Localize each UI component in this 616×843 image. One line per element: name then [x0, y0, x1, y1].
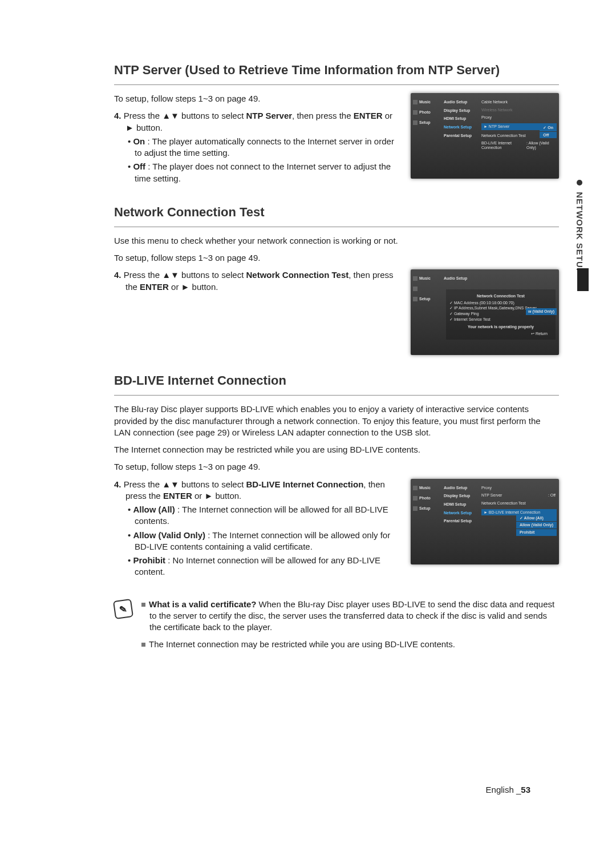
bullet-prohibit: • Prohibit : No Internet connection will… — [128, 555, 399, 578]
intro-text: To setup, follow steps 1~3 on page 49. — [114, 252, 559, 264]
paragraph: The Blu-ray Disc player supports BD-LIVE… — [114, 404, 559, 438]
note-item: What is a valid certificate? When the Bl… — [141, 599, 559, 634]
section-bdlive: BD-LIVE Internet Connection The Blu-ray … — [114, 373, 559, 580]
paragraph: The Internet connection may be restricte… — [114, 444, 559, 455]
screenshot-bdlive: MusicPhotoSetupAudio SetupDisplay SetupH… — [411, 479, 559, 564]
section-title: NTP Server (Used to Retrieve Time Inform… — [114, 63, 559, 78]
section-ntp-server: NTP Server (Used to Retrieve Time Inform… — [114, 63, 559, 187]
rule — [114, 227, 559, 227]
intro-text: To setup, follow steps 1~3 on page 49. — [114, 93, 399, 104]
note-icon: ✎ — [113, 598, 133, 619]
screenshot-network-test: MusicSetupAudio SetupNetwork Connection … — [411, 269, 559, 355]
step-4: 4. Press the ▲▼ buttons to select BD-LIV… — [114, 479, 399, 502]
step-4: 4. Press the ▲▼ buttons to select Networ… — [114, 269, 399, 293]
step-4: 4. Press the ▲▼ buttons to select NTP Se… — [114, 110, 399, 134]
bullet-allow-valid: • Allow (Valid Only) : The Internet conn… — [128, 530, 399, 553]
screenshot-ntp: MusicPhotoSetupAudio SetupDisplay SetupH… — [411, 93, 559, 179]
intro-text: Use this menu to check whether your netw… — [114, 235, 559, 247]
bullet-on: • On : The player automatically connects… — [128, 136, 399, 159]
section-title: BD-LIVE Internet Connection — [114, 373, 559, 388]
section-network-test: Network Connection Test Use this menu to… — [114, 205, 559, 356]
page-number: English _53 — [486, 785, 530, 794]
note-block: ✎ What is a valid certificate? When the … — [114, 599, 559, 656]
rule — [114, 84, 559, 85]
bullet-off: • Off : The player does not connect to t… — [128, 161, 399, 184]
paragraph: To setup, follow steps 1~3 on page 49. — [114, 461, 559, 473]
rule — [114, 395, 559, 396]
page: NETWORK SETUP NTP Server (Used to Retrie… — [0, 0, 616, 843]
side-tab: NETWORK SETUP — [575, 180, 585, 275]
side-tab-marker — [577, 268, 589, 291]
side-tab-label: NETWORK SETUP — [575, 192, 585, 275]
note-item: The Internet connection may be restricte… — [141, 639, 559, 650]
bullet-allow-all: • Allow (All) : The Internet connection … — [128, 504, 399, 527]
side-tab-dot — [577, 180, 582, 185]
section-title: Network Connection Test — [114, 205, 559, 220]
